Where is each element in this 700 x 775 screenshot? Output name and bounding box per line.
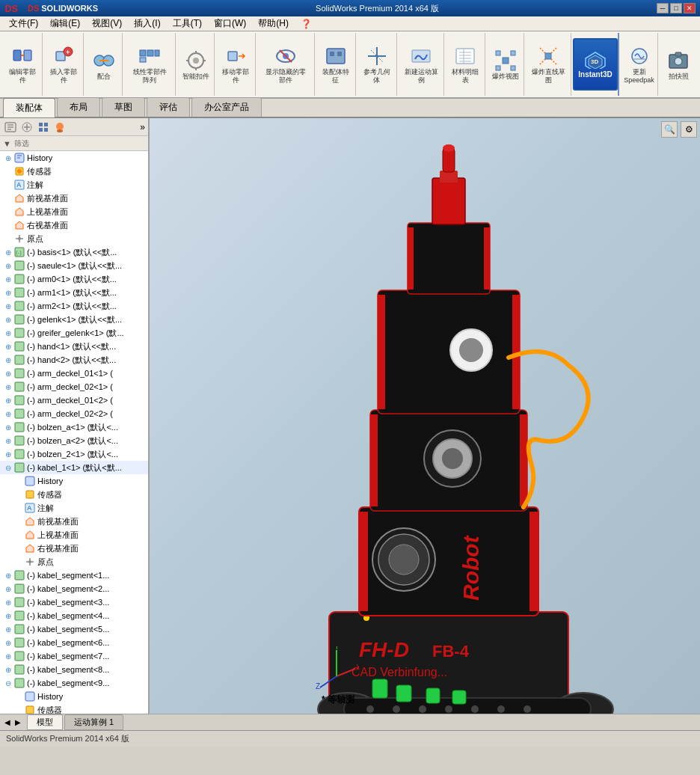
tree-item-seg9[interactable]: ⊖ (-) kabel_segment<9... [0,676,148,690]
explode-button[interactable]: 爆炸视图 [489,46,522,83]
tree-expand-seg3[interactable]: ⊕ [3,597,13,607]
tree-item-bolzen-a1[interactable]: ⊕ (-) bolzen_a<1> (默认<... [0,420,148,434]
tree-item-arm-deckel-01-2[interactable]: ⊕ (-) arm_deckel_01<2> ( [0,393,148,407]
menu-help[interactable]: 帮助(H) [252,16,295,31]
tree-item-saeule[interactable]: ⊕ (-) saeule<1> (默认<<默... [0,259,148,272]
move-button[interactable]: 移动零部件 [219,42,252,87]
menu-window[interactable]: 窗口(W) [208,16,252,31]
panel-expand-button[interactable]: » [140,122,145,132]
tree-item-seg4[interactable]: ⊕ (-) kabel_segment<4... [0,609,148,622]
tree-item-seg9-history[interactable]: History [0,690,148,703]
tree-expand-seg2[interactable]: ⊕ [3,583,13,594]
tab-office[interactable]: 办公室产品 [191,97,262,117]
tab-motion[interactable]: 运动算例 1 [64,714,123,730]
tree-item-seg1[interactable]: ⊕ (-) kabel_segment<1... [0,569,148,582]
tree-item-seg5[interactable]: ⊕ (-) kabel_segment<5... [0,622,148,636]
tree-item-seg2[interactable]: ⊕ (-) kabel_segment<2... [0,582,148,595]
assemble-button[interactable]: 装配体特征 [319,42,352,87]
feature-tree[interactable]: ⊕ History 传感器 A 注解 [0,151,148,714]
tree-item-kabel-history[interactable]: History [0,474,148,488]
show-button[interactable]: 显示隐藏的零部件 [260,42,311,87]
tree-expand-saeule[interactable]: ⊕ [3,260,13,271]
tree-item-arm-deckel-02-2[interactable]: ⊕ (-) arm_deckel_02<2> ( [0,407,148,420]
tree-expand-arm0[interactable]: ⊕ [3,274,13,284]
tree-item-top-plane[interactable]: 上视基准面 [0,205,148,218]
new-button[interactable]: 新建运动算例 [402,42,440,87]
tab-assembly[interactable]: 装配体 [3,98,55,117]
tree-expand-hand1[interactable]: ⊕ [3,341,13,352]
tab-evaluate[interactable]: 评估 [147,97,190,117]
tree-expand-seg6[interactable]: ⊕ [3,637,13,648]
tree-expand-arm2[interactable]: ⊕ [3,301,13,311]
tree-item-arm-deckel-02-1[interactable]: ⊕ (-) arm_deckel_02<1> ( [0,380,148,393]
tree-item-arm0[interactable]: ⊕ (-) arm0<1> (默认<<默... [0,272,148,286]
tree-item-kabel-front-plane[interactable]: 前视基准面 [0,515,148,528]
tree-expand-greifer[interactable]: ⊕ [3,328,13,338]
tree-item-arm-deckel-01-1[interactable]: ⊕ (-) arm_deckel_01<1> ( [0,367,148,380]
maximize-button[interactable]: □ [670,3,682,13]
menu-view[interactable]: 视图(V) [86,16,128,31]
tree-expand-arm-deckel-02-2[interactable]: ⊕ [3,408,13,419]
tree-item-right-plane[interactable]: 右视基准面 [0,218,148,232]
close-button[interactable]: ✕ [684,3,696,13]
tree-item-front-plane[interactable]: 前视基准面 [0,192,148,205]
insert-button[interactable]: + 插入零部件 [47,42,80,87]
tree-expand-bolzen-2[interactable]: ⊕ [3,449,13,459]
smart-button[interactable]: 智能扣件 [179,46,212,83]
tree-item-history[interactable]: ⊕ History [0,151,148,165]
tree-expand-bolzen-a1[interactable]: ⊕ [3,422,13,432]
tree-item-greifer[interactable]: ⊕ (-) greifer_gelenk<1> (默... [0,326,148,340]
tree-item-arm1[interactable]: ⊕ (-) arm1<1> (默认<<默... [0,286,148,299]
tree-item-seg8[interactable]: ⊕ (-) kabel_segment<8... [0,663,148,676]
tree-expand-arm-deckel-02-1[interactable]: ⊕ [3,382,13,392]
menu-file[interactable]: 文件(F) [3,16,44,31]
menu-tools[interactable]: 工具(T) [167,16,208,31]
tree-item-basis[interactable]: ⊕ (-) (-) basis<1> (默认<<默... [0,245,148,259]
tree-scroll-right[interactable]: ▶ [13,717,22,728]
edit-assembly-button[interactable]: 编辑零部件 [6,42,39,87]
tree-item-seg6[interactable]: ⊕ (-) kabel_segment<6... [0,636,148,649]
mate-button[interactable]: 配合 [88,46,120,83]
tab-model[interactable]: 模型 [27,714,63,730]
panel-tool-color[interactable] [52,120,67,135]
tree-expand-seg7[interactable]: ⊕ [3,651,13,661]
tree-item-origin[interactable]: 原点 [0,232,148,245]
tree-expand-hand2[interactable]: ⊕ [3,355,13,365]
panel-tool-featuremgr[interactable] [3,120,18,135]
tree-item-seg9-sensor[interactable]: 传感器 [0,703,148,714]
panel-tool-pm[interactable] [19,120,34,135]
tree-item-gelenk[interactable]: ⊕ (-) gelenk<1> (默认<<默... [0,313,148,326]
tree-item-bolzen-2[interactable]: ⊕ (-) bolzen_2<1> (默认<... [0,447,148,461]
menu-insert[interactable]: 插入(I) [128,16,166,31]
tree-item-sensor[interactable]: 传感器 [0,165,148,178]
tree-item-seg7[interactable]: ⊕ (-) kabel_segment<7... [0,649,148,663]
tree-expand-gelenk[interactable]: ⊕ [3,314,13,325]
menu-edit[interactable]: 编辑(E) [44,16,86,31]
tree-item-kabel-1[interactable]: ⊖ (-) kabel_1<1> (默认<默... [0,461,148,474]
minimize-button[interactable]: ─ [657,3,669,13]
tree-item-hand1[interactable]: ⊕ (-) hand<1> (默认<<默... [0,340,148,353]
tree-item-seg3[interactable]: ⊕ (-) kabel_segment<3... [0,595,148,609]
tree-expand-seg5[interactable]: ⊕ [3,624,13,634]
tree-item-kabel-top-plane[interactable]: 上视基准面 [0,528,148,542]
tree-scroll-left[interactable]: ◀ [3,717,12,728]
explodeline-button[interactable]: 爆炸直线草图 [529,42,568,87]
snapshot-button[interactable]: 拍快照 [662,46,695,83]
tree-item-kabel-annotation[interactable]: A 注解 [0,501,148,515]
tree-expand-bolzen-a2[interactable]: ⊕ [3,435,13,446]
speedpak-button[interactable]: 更新Speedpak [621,42,657,87]
tree-item-kabel-sensor[interactable]: 传感器 [0,488,148,501]
tree-expand-arm1[interactable]: ⊕ [3,287,13,298]
tree-expand-seg9[interactable]: ⊖ [3,678,13,688]
tree-expand-seg8[interactable]: ⊕ [3,664,13,675]
tree-item-kabel-origin[interactable]: 原点 [0,555,148,569]
tree-expand-kabel-1[interactable]: ⊖ [3,462,13,473]
panel-tool-config[interactable] [36,120,51,135]
tree-item-annotation[interactable]: A 注解 [0,178,148,192]
tree-expand-history[interactable]: ⊕ [3,153,13,163]
instant3d-button[interactable]: 3D Instant3D [573,38,618,91]
tree-expand-arm-deckel-01-2[interactable]: ⊕ [3,395,13,405]
tree-item-kabel-right-plane[interactable]: 右视基准面 [0,542,148,555]
tab-layout[interactable]: 布局 [57,97,100,117]
ref-button[interactable]: 参考几何体 [360,42,393,87]
